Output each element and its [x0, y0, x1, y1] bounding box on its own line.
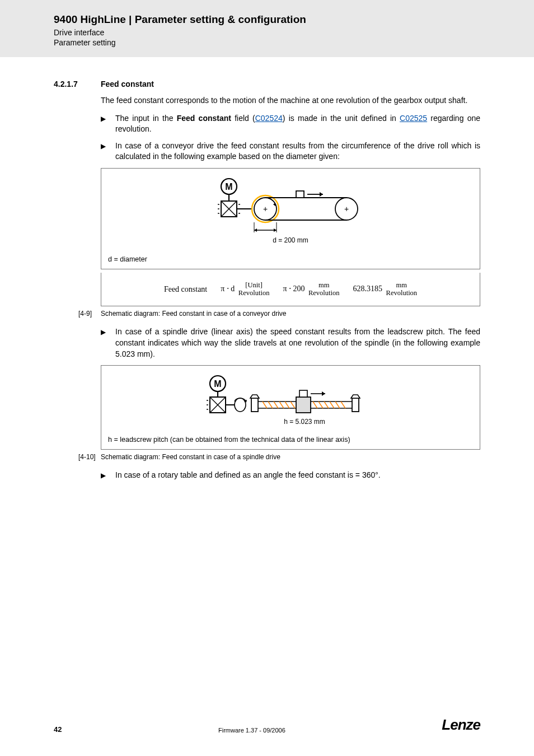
t: field ( — [231, 114, 255, 123]
section-title: Feed constant — [101, 80, 154, 88]
term-3: 628.3185 mmRevolution — [353, 282, 418, 297]
bullet-text: In case of a spindle drive (linear axis)… — [115, 326, 480, 360]
svg-line-30 — [263, 402, 267, 408]
triangle-bullet-icon: ▶ — [101, 326, 115, 360]
svg-rect-43 — [299, 390, 307, 397]
link-c02524[interactable]: C02524 — [255, 114, 283, 123]
bullet-spindle: ▶ In case of a spindle drive (linear axi… — [101, 326, 480, 360]
svg-rect-14 — [296, 191, 304, 198]
brand-logo: Lenze — [442, 716, 480, 734]
page-content: 4.2.1.7 Feed constant The feed constant … — [0, 57, 534, 481]
svg-text:h = 5.023 mm: h = 5.023 mm — [284, 418, 325, 426]
page-number: 42 — [54, 725, 62, 734]
svg-text:+: + — [344, 204, 349, 213]
figure-legend: h = leadscrew pitch (can be obtained fro… — [108, 436, 473, 444]
t: ) is made in the unit defined in — [283, 114, 400, 123]
figure-caption-2: [4-10] Schematic diagram: Feed constant … — [78, 453, 480, 461]
svg-rect-27 — [251, 398, 258, 412]
bullet-text: In case of a conveyor drive the feed con… — [115, 141, 480, 162]
svg-line-31 — [268, 402, 273, 408]
firmware-text: Firmware 1.37 - 09/2006 — [62, 727, 442, 734]
svg-rect-42 — [296, 397, 311, 413]
bullet-conveyor: ▶ In case of a conveyor drive the feed c… — [101, 141, 480, 162]
intro-paragraph: The feed constant corresponds to the mot… — [101, 95, 480, 106]
triangle-bullet-icon: ▶ — [101, 113, 115, 135]
field-name: Feed constant — [177, 114, 231, 123]
svg-line-32 — [274, 402, 278, 408]
svg-text:M: M — [214, 379, 221, 389]
bullet-rotary: ▶ In case of a rotary table and defined … — [101, 470, 480, 481]
link-c02525[interactable]: C02525 — [400, 114, 427, 123]
svg-text:M: M — [225, 182, 232, 192]
svg-point-26 — [235, 398, 246, 412]
term-2: π ⋅ 200 mmRevolution — [283, 282, 339, 297]
spindle-diagram: M — [108, 374, 473, 431]
svg-line-35 — [291, 402, 295, 408]
page-header: 9400 HighLine | Parameter setting & conf… — [0, 0, 534, 57]
section-heading: 4.2.1.7 Feed constant — [54, 80, 480, 88]
caption-num: [4-10] — [78, 453, 101, 461]
svg-line-40 — [335, 402, 340, 408]
term-1: π ⋅ d [Unit]Revolution — [221, 282, 269, 297]
conveyor-diagram: M + + — [108, 176, 473, 251]
bullet-text: The input in the Feed constant field (C0… — [115, 113, 480, 135]
caption-num: [4-9] — [78, 310, 101, 318]
triangle-bullet-icon: ▶ — [101, 470, 115, 481]
svg-line-37 — [318, 402, 323, 408]
svg-line-41 — [341, 402, 345, 408]
d-dimension-label: d = 200 mm — [273, 236, 308, 244]
doc-title: 9400 HighLine | Parameter setting & conf… — [54, 13, 489, 26]
feed-constant-formula: Feed constant π ⋅ d [Unit]Revolution π ⋅… — [108, 278, 473, 301]
page-footer: 42 Firmware 1.37 - 09/2006 Lenze — [0, 716, 534, 734]
bullet-text: In case of a rotary table and defined as… — [115, 470, 480, 481]
svg-line-34 — [285, 402, 289, 408]
doc-sub2: Parameter setting — [54, 38, 489, 47]
svg-rect-45 — [352, 398, 359, 412]
figure-legend: d = diameter — [108, 255, 473, 263]
formula-box: Feed constant π ⋅ d [Unit]Revolution π ⋅… — [101, 273, 480, 307]
bullet-input-field: ▶ The input in the Feed constant field (… — [101, 113, 480, 135]
figure-conveyor: M + + — [101, 168, 480, 269]
formula-label: Feed constant — [164, 285, 207, 294]
figure-spindle: M — [101, 365, 480, 450]
doc-sub1: Drive interface — [54, 28, 489, 37]
svg-line-38 — [324, 402, 329, 408]
triangle-bullet-icon: ▶ — [101, 141, 115, 162]
t: The input in the — [115, 114, 177, 123]
svg-line-36 — [313, 402, 317, 408]
caption-text: Schematic diagram: Feed constant in case… — [101, 310, 287, 318]
caption-text: Schematic diagram: Feed constant in case… — [101, 453, 280, 461]
section-number: 4.2.1.7 — [54, 80, 101, 88]
svg-text:+: + — [263, 204, 268, 213]
svg-line-33 — [279, 402, 284, 408]
svg-line-39 — [330, 402, 334, 408]
figure-caption-1: [4-9] Schematic diagram: Feed constant i… — [78, 310, 480, 318]
